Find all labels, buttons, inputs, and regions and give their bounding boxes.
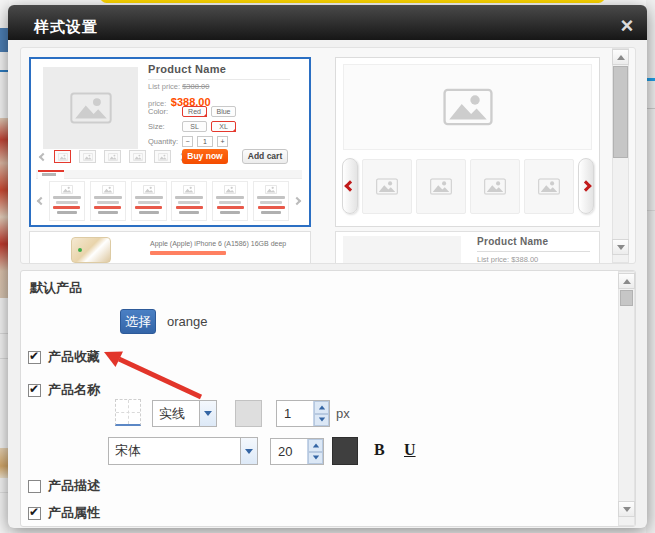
- border-position-picker[interactable]: [115, 399, 141, 426]
- thumbnail: [524, 159, 574, 214]
- dialog-title: 样式设置: [34, 18, 98, 37]
- preview-thumbnail-strip: [40, 150, 185, 163]
- preview-caption: Apple (Apple) iPhone 6 (A1586) 16GB deep: [150, 240, 286, 247]
- close-icon[interactable]: ×: [612, 13, 642, 39]
- related-products-header: [36, 170, 302, 179]
- checkbox-row-product-description[interactable]: 产品描述: [28, 478, 100, 494]
- scroll-down-icon[interactable]: [618, 501, 635, 517]
- spin-down-icon[interactable]: [314, 414, 329, 427]
- checkbox-label: 产品描述: [48, 477, 100, 495]
- checkbox-product-attributes[interactable]: [28, 507, 41, 520]
- font-size-value: 20: [271, 439, 307, 464]
- size-option-xl: XL: [211, 121, 236, 132]
- background-page-right-edge: [646, 0, 655, 533]
- buy-now-button: Buy now: [182, 149, 228, 164]
- iphone-image: [71, 237, 111, 263]
- font-color-swatch[interactable]: [332, 437, 358, 465]
- add-cart-button: Add cart: [242, 149, 288, 164]
- mini-product-card: [90, 181, 126, 221]
- checkbox-label: 产品收藏: [48, 348, 100, 366]
- mini-product-card: [131, 181, 167, 221]
- thumbnail: [54, 150, 71, 163]
- prev-icon: [39, 152, 47, 160]
- preview-product-name: Product Name: [477, 236, 548, 247]
- unit-label: px: [336, 406, 350, 421]
- font-family-value: 宋体: [109, 442, 240, 460]
- thumbnail: [129, 150, 146, 163]
- checkbox-product-name[interactable]: [28, 384, 41, 397]
- scroll-up-icon[interactable]: [612, 49, 629, 65]
- preview-quantity-row: Quantity: − 1 +: [148, 136, 228, 147]
- checkbox-row-product-name[interactable]: 产品名称: [28, 382, 100, 398]
- carousel-prev-button: [342, 158, 358, 214]
- related-products-row: [38, 181, 300, 221]
- border-width-input[interactable]: 1: [276, 400, 330, 427]
- spin-down-icon[interactable]: [308, 452, 323, 465]
- checkbox-row-product-attributes[interactable]: 产品属性: [28, 505, 100, 521]
- preview-list-price: List price: $388.00: [148, 82, 209, 91]
- mini-product-card: [212, 181, 248, 221]
- font-size-input[interactable]: 20: [270, 438, 324, 465]
- border-style-select[interactable]: 实线: [152, 400, 217, 427]
- quantity-value: 1: [197, 136, 213, 147]
- underline-button[interactable]: U: [404, 441, 416, 459]
- thumbnail: [104, 150, 121, 163]
- color-option-blue: Blue: [211, 106, 236, 117]
- carousel-next-button: [578, 158, 594, 214]
- color-option-red: Red: [182, 106, 207, 117]
- border-width-value: 1: [277, 401, 313, 426]
- style-settings-panel: 默认产品 选择 orange 产品收藏 产品名称 实线 1 px 宋体 20 B…: [20, 270, 636, 527]
- template-option-image-carousel[interactable]: [335, 57, 600, 227]
- background-blue-line: [646, 78, 655, 81]
- preview-carousel: [342, 158, 594, 214]
- scroll-down-icon[interactable]: [612, 239, 629, 255]
- dialog-titlebar[interactable]: 样式设置 ×: [8, 5, 647, 40]
- choose-product-button[interactable]: 选择: [120, 309, 156, 334]
- preview-list-price: List price: $388.00: [477, 255, 538, 264]
- chevron-down-icon[interactable]: [240, 438, 257, 464]
- template-option-iphone-list[interactable]: Apple (Apple) iPhone 6 (A1586) 16GB deep: [29, 231, 311, 264]
- next-icon: [293, 197, 301, 205]
- checkbox-label: 产品属性: [48, 504, 100, 522]
- checkbox-product-favorite[interactable]: [28, 351, 41, 364]
- preview-size-row: Size: SL XL: [148, 121, 236, 132]
- thumbnail: [416, 159, 466, 214]
- spin-up-icon[interactable]: [308, 439, 323, 452]
- template-gallery-panel: Product Name List price: $388.00 price: …: [20, 47, 636, 264]
- border-style-value: 实线: [153, 405, 199, 423]
- preview-color-row: Color: Red Blue: [148, 106, 236, 117]
- selected-product-name: orange: [167, 314, 207, 329]
- main-image-placeholder: [43, 67, 138, 149]
- thumbnail: [470, 159, 520, 214]
- thumbnail: [362, 159, 412, 214]
- checkbox-product-description[interactable]: [28, 480, 41, 493]
- template-option-product-detail-2[interactable]: Product Name List price: $388.00: [335, 231, 600, 264]
- preview-product-name: Product Name: [148, 63, 290, 80]
- scrollbar-thumb[interactable]: [620, 290, 633, 306]
- prev-icon: [37, 197, 45, 205]
- main-image-placeholder: [343, 64, 592, 150]
- checkbox-label: 产品名称: [48, 381, 100, 399]
- bold-button[interactable]: B: [374, 441, 385, 459]
- image-placeholder: [343, 236, 461, 264]
- preview-price-line: [150, 251, 226, 255]
- default-product-label: 默认产品: [30, 279, 82, 297]
- size-option-sl: SL: [182, 121, 207, 132]
- quantity-minus: −: [182, 136, 193, 147]
- chevron-down-icon[interactable]: [199, 401, 216, 426]
- settings-scrollbar[interactable]: [618, 271, 635, 526]
- scroll-up-icon[interactable]: [618, 273, 635, 289]
- mini-product-card: [253, 181, 289, 221]
- checkbox-row-product-favorite[interactable]: 产品收藏: [28, 349, 100, 365]
- font-family-select[interactable]: 宋体: [108, 437, 258, 465]
- border-color-swatch[interactable]: [235, 400, 262, 427]
- mini-product-card: [49, 181, 85, 221]
- template-option-product-detail-selected[interactable]: Product Name List price: $388.00 price: …: [29, 57, 311, 227]
- thumbnail: [154, 150, 171, 163]
- spin-up-icon[interactable]: [314, 401, 329, 414]
- background-highlight-outline: [100, 0, 605, 3]
- mini-product-card: [171, 181, 207, 221]
- thumbnail: [79, 150, 96, 163]
- scrollbar-thumb[interactable]: [613, 66, 628, 158]
- quantity-plus: +: [217, 136, 228, 147]
